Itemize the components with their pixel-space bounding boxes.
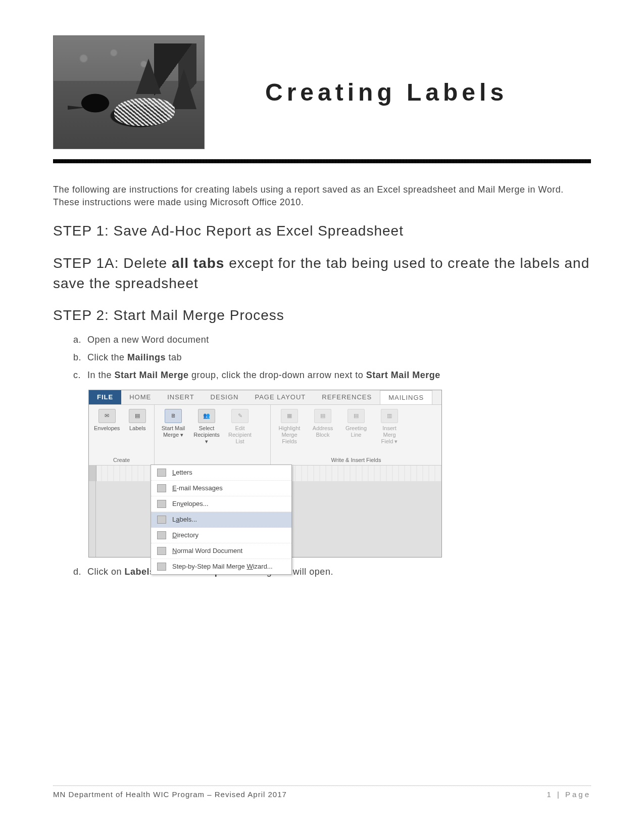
start-mail-merge-button[interactable]: 🗎Start MailMerge ▾ <box>160 409 187 445</box>
intro-paragraph: The following are instructions for creat… <box>53 183 591 209</box>
substep-c: c.In the Start Mail Merge group, click t… <box>73 370 591 381</box>
select-recipients-button[interactable]: 👥SelectRecipients ▾ <box>193 409 220 445</box>
wizard-icon <box>157 563 166 571</box>
edit-recipient-list-button[interactable]: ✎EditRecipient List <box>226 409 254 445</box>
document-title: Creating Labels <box>265 78 508 106</box>
horizontal-rule <box>53 159 591 163</box>
tab-file[interactable]: FILE <box>89 390 121 404</box>
label-icon <box>157 516 166 524</box>
dropdown-item-wizard[interactable]: Step-by-Step Mail Merge Wizard... <box>151 559 291 574</box>
envelopes-button[interactable]: ✉Envelopes <box>94 409 120 432</box>
tab-home[interactable]: HOME <box>121 390 159 404</box>
document-icon: 🗎 <box>165 409 182 423</box>
highlight-merge-fields-button[interactable]: ▦HighlightMerge Fields <box>276 409 303 445</box>
dropdown-item-email[interactable]: E-mail Messages <box>151 481 291 496</box>
edit-list-icon: ✎ <box>231 409 249 423</box>
start-mail-merge-dropdown: Letters E-mail Messages Envelopes... Lab… <box>151 465 292 575</box>
tab-insert[interactable]: INSERT <box>159 390 202 404</box>
dropdown-item-labels[interactable]: Labels... <box>151 512 291 528</box>
ribbon-group-start-mail-merge: 🗎Start MailMerge ▾ 👥SelectRecipients ▾ ✎… <box>155 405 271 465</box>
directory-icon <box>157 531 166 539</box>
dropdown-item-envelopes[interactable]: Envelopes... <box>151 496 291 512</box>
ribbon-group-create: ✉Envelopes ▤Labels Create <box>89 405 155 465</box>
people-icon: 👥 <box>198 409 215 423</box>
envelope-icon <box>157 500 166 508</box>
page-footer: MN Department of Health WIC Program – Re… <box>53 785 591 799</box>
group-label-write-insert: Write & Insert Fields <box>276 455 436 463</box>
step-2-substeps: a.Open a new Word document b.Click the M… <box>53 335 591 381</box>
address-icon: ▤ <box>314 409 331 423</box>
field-icon: ▥ <box>381 409 398 423</box>
step-1a-pre: STEP 1A: Delete <box>53 255 172 271</box>
ribbon-group-write-insert: ▦HighlightMerge Fields ▤AddressBlock ▤Gr… <box>271 405 441 465</box>
labels-button[interactable]: ▤Labels <box>126 409 149 432</box>
step-1a-bold: all tabs <box>172 255 224 271</box>
highlight-icon: ▦ <box>281 409 298 423</box>
substep-a: a.Open a new Word document <box>73 335 591 345</box>
word-doc-icon <box>157 547 166 555</box>
greeting-line-button[interactable]: ▤GreetingLine <box>342 409 370 445</box>
step-1-heading: STEP 1: Save Ad-Hoc Report as Excel Spre… <box>53 223 591 239</box>
dropdown-item-directory[interactable]: Directory <box>151 528 291 543</box>
letter-icon <box>157 469 166 477</box>
envelope-icon: ✉ <box>98 409 116 423</box>
header-illustration <box>53 35 205 149</box>
address-block-button[interactable]: ▤AddressBlock <box>309 409 336 445</box>
tab-mailings[interactable]: MAILINGS <box>380 390 432 404</box>
tab-design[interactable]: DESIGN <box>203 390 247 404</box>
ribbon-tabs: FILE HOME INSERT DESIGN PAGE LAYOUT REFE… <box>89 390 441 404</box>
dropdown-item-letters[interactable]: Letters <box>151 465 291 481</box>
step-2-substeps-cont: d.Click on Labels. The Label Options dia… <box>53 567 591 577</box>
tab-page-layout[interactable]: PAGE LAYOUT <box>246 390 314 404</box>
word-ribbon-screenshot: FILE HOME INSERT DESIGN PAGE LAYOUT REFE… <box>88 390 442 558</box>
label-icon: ▤ <box>129 409 146 423</box>
substep-b: b.Click the Mailings tab <box>73 352 591 363</box>
greeting-icon: ▤ <box>348 409 365 423</box>
group-label-create: Create <box>94 455 149 463</box>
footer-page-number: 1 | Page <box>547 790 591 799</box>
step-2-heading: STEP 2: Start Mail Merge Process <box>53 307 591 323</box>
dropdown-item-normal-doc[interactable]: Normal Word Document <box>151 543 291 559</box>
tab-references[interactable]: REFERENCES <box>314 390 380 404</box>
document-header: Creating Labels <box>53 35 591 149</box>
insert-merge-field-button[interactable]: ▥Insert MergField ▾ <box>376 409 403 445</box>
step-1a-heading: STEP 1A: Delete all tabs except for the … <box>53 253 591 293</box>
footer-left: MN Department of Health WIC Program – Re… <box>53 790 287 799</box>
email-icon <box>157 484 166 492</box>
